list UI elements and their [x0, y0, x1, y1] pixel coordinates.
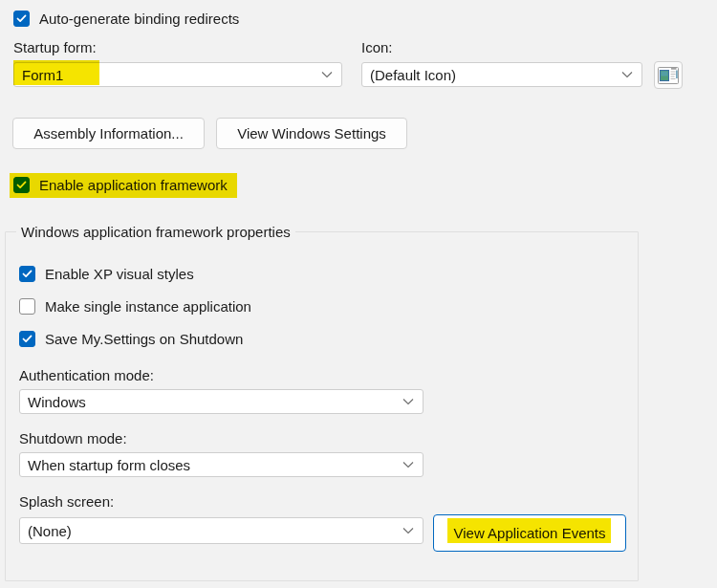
splash-screen-value: (None): [28, 523, 72, 539]
checkbox-label: Auto-generate binding redirects: [39, 11, 239, 27]
checkbox-label: Enable application framework: [39, 177, 228, 193]
view-application-events-button[interactable]: View Application Events: [433, 514, 626, 552]
make-single-instance-checkbox-row[interactable]: Make single instance application: [19, 298, 251, 315]
checkbox-label: Enable XP visual styles: [45, 266, 194, 282]
startup-form-value: Form1: [22, 67, 63, 83]
shutdown-mode-value: When startup form closes: [28, 457, 190, 473]
auto-generate-binding-redirects-checkbox-row[interactable]: Auto-generate binding redirects: [13, 11, 239, 27]
chevron-down-icon: [621, 71, 633, 78]
authentication-mode-value: Windows: [28, 394, 86, 410]
startup-form-label: Startup form:: [13, 39, 97, 55]
enable-application-framework-checkbox-row[interactable]: Enable application framework: [13, 177, 228, 193]
icon-picker-button[interactable]: [654, 61, 683, 89]
icon-combobox[interactable]: (Default Icon): [361, 62, 642, 87]
checkmark-icon: [16, 181, 27, 189]
icon-label: Icon:: [361, 39, 393, 55]
groupbox-title: Windows application framework properties: [16, 224, 295, 240]
startup-form-combobox[interactable]: Form1: [13, 62, 342, 87]
save-my-settings-checkbox-row[interactable]: Save My.Settings on Shutdown: [19, 331, 243, 347]
checkbox-label: Save My.Settings on Shutdown: [45, 331, 243, 347]
splash-screen-label: Splash screen:: [19, 493, 114, 510]
chevron-down-icon: [402, 398, 414, 405]
chevron-down-icon: [321, 71, 333, 78]
checkbox[interactable]: [13, 177, 30, 193]
application-settings-panel: Auto-generate binding redirects Startup …: [0, 0, 717, 588]
checkbox-label: Make single instance application: [45, 298, 251, 315]
checkbox[interactable]: [19, 298, 35, 315]
checkbox[interactable]: [13, 11, 30, 27]
checkmark-icon: [22, 335, 33, 343]
checkbox[interactable]: [19, 331, 35, 347]
enable-xp-visual-styles-checkbox-row[interactable]: Enable XP visual styles: [19, 266, 194, 282]
image-preview-icon: [658, 67, 679, 84]
authentication-mode-label: Authentication mode:: [19, 367, 154, 383]
shutdown-mode-combobox[interactable]: When startup form closes: [19, 452, 424, 477]
view-windows-settings-button[interactable]: View Windows Settings: [216, 118, 407, 149]
splash-screen-combobox[interactable]: (None): [19, 517, 424, 544]
icon-value: (Default Icon): [370, 67, 456, 83]
checkmark-icon: [16, 14, 27, 23]
chevron-down-icon: [402, 527, 414, 534]
authentication-mode-combobox[interactable]: Windows: [19, 389, 424, 414]
assembly-information-button[interactable]: Assembly Information...: [12, 118, 205, 149]
checkbox[interactable]: [19, 266, 35, 282]
shutdown-mode-label: Shutdown mode:: [19, 430, 127, 446]
checkmark-icon: [22, 270, 33, 278]
chevron-down-icon: [402, 461, 414, 468]
